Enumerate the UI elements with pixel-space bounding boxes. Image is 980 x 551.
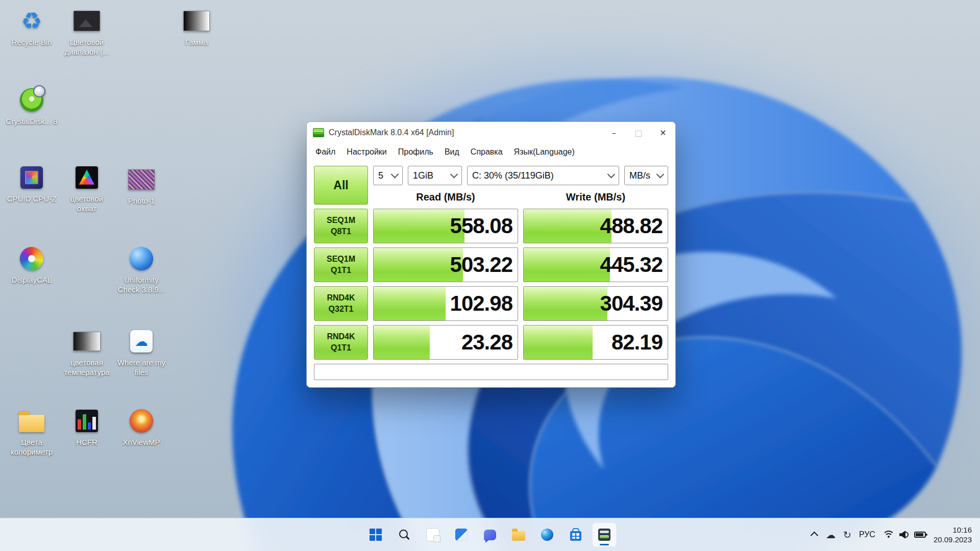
target-drive-select[interactable]: C: 30% (35/119GiB) bbox=[467, 166, 619, 185]
close-button[interactable]: ✕ bbox=[651, 122, 675, 143]
desktop-icon-label: Uniformity Check 3.8.9... bbox=[115, 276, 168, 295]
hidden-icons-button[interactable] bbox=[813, 531, 818, 539]
result-bar bbox=[524, 248, 610, 282]
rnd4k-q1t1-button[interactable]: RND4K Q1T1 bbox=[314, 325, 368, 360]
desktop-icon-crystaldiskmark-8[interactable]: CrystalDisk... 8 bbox=[5, 86, 58, 127]
controls-row: 5 1GiB C: 30% (35/119GiB) MB/s bbox=[373, 166, 668, 185]
chevron-down-icon bbox=[656, 170, 665, 178]
tray-time: 10:16 bbox=[952, 525, 972, 535]
crystaldiskmark-taskbar-button[interactable] bbox=[592, 522, 617, 547]
test-name: RND4K bbox=[327, 292, 355, 304]
result-value: 445.32 bbox=[600, 253, 663, 277]
menu-file[interactable]: Файл bbox=[310, 147, 341, 157]
menu-view[interactable]: Вид bbox=[439, 147, 465, 157]
wifi-icon bbox=[883, 531, 894, 539]
desktop-icon-where-are-my-files[interactable]: ☁ Where are my files bbox=[115, 328, 168, 378]
tray-date: 20.09.2023 bbox=[934, 535, 972, 545]
onedrive-cloud-icon[interactable]: ☁ bbox=[826, 530, 836, 540]
desktop-icon-gamma[interactable]: Гамма bbox=[170, 7, 223, 47]
desktop-icon-label: CPUID CPU-Z bbox=[7, 194, 57, 204]
result-bar bbox=[374, 325, 430, 359]
clock[interactable]: 10:16 20.09.2023 bbox=[934, 525, 972, 545]
sync-icon[interactable]: ↻ bbox=[843, 530, 851, 540]
rgb-bars-icon bbox=[73, 407, 101, 435]
desktop-icon-displaycal[interactable]: DisplayCAL bbox=[5, 245, 58, 285]
network-volume-battery-button[interactable] bbox=[883, 531, 926, 539]
result-value: 102.98 bbox=[450, 291, 512, 316]
color-wheel-icon bbox=[18, 245, 45, 272]
unit-select[interactable]: MB/s bbox=[624, 166, 668, 185]
chevron-down-icon bbox=[450, 170, 458, 178]
chat-button[interactable] bbox=[478, 522, 502, 547]
desktop-icon-xnviewmp[interactable]: XnViewMP bbox=[115, 407, 168, 447]
store-button[interactable] bbox=[564, 522, 588, 547]
desktop-icon-label: Where are my files bbox=[115, 358, 168, 378]
menu-language[interactable]: Язык(Language) bbox=[508, 147, 580, 157]
file-explorer-button[interactable] bbox=[506, 522, 531, 547]
desktop-icon-uniformity-check[interactable]: Uniformity Check 3.8.9... bbox=[115, 245, 168, 295]
desktop-icon-recycle-bin[interactable]: ♻ Recycle Bin bbox=[5, 7, 58, 47]
desktop-icon-hcfr[interactable]: HCFR bbox=[60, 407, 113, 447]
rnd4k-q1t1-write-result: 82.19 bbox=[523, 325, 668, 360]
chevron-down-icon bbox=[607, 170, 616, 178]
rnd4k-q32t1-write-result: 304.39 bbox=[523, 286, 668, 321]
all-test-button[interactable]: All bbox=[314, 166, 368, 205]
seq1m-q1t1-button[interactable]: SEQ1M Q1T1 bbox=[314, 247, 368, 282]
blue-sphere-icon bbox=[128, 245, 155, 272]
result-value: 488.82 bbox=[600, 214, 663, 238]
test-mode: Q1T1 bbox=[331, 342, 351, 354]
minimize-button[interactable]: – bbox=[602, 122, 626, 143]
desktop-icon-color-range[interactable]: Цветовой диапазон (... bbox=[60, 7, 113, 57]
volume-icon bbox=[899, 531, 909, 539]
menu-profile[interactable]: Профиль bbox=[393, 147, 439, 157]
cpu-chip-icon bbox=[18, 164, 45, 191]
menubar: Файл Настройки Профиль Вид Справка Язык(… bbox=[307, 143, 675, 161]
menu-help[interactable]: Справка bbox=[465, 147, 508, 157]
result-bar bbox=[524, 325, 593, 359]
rnd4k-q32t1-button[interactable]: RND4K Q32T1 bbox=[314, 286, 368, 321]
test-name: RND4K bbox=[327, 331, 355, 342]
start-button[interactable] bbox=[363, 522, 388, 547]
desktop-icon-cpu-z[interactable]: CPUID CPU-Z bbox=[5, 164, 58, 204]
chat-bubble-icon bbox=[484, 530, 496, 540]
folder-icon bbox=[512, 531, 525, 541]
orange-eye-icon bbox=[128, 407, 155, 435]
cloud-file-icon: ☁ bbox=[128, 328, 155, 355]
test-size-value: 1GiB bbox=[413, 170, 433, 181]
language-indicator[interactable]: РУС bbox=[859, 530, 875, 539]
battery-icon bbox=[914, 532, 926, 538]
desktop-icon-colors-colorimeter[interactable]: Цвета колориметр bbox=[5, 407, 58, 457]
rnd4k-q32t1-read-result: 102.98 bbox=[373, 286, 518, 321]
result-value: 503.22 bbox=[450, 253, 512, 277]
maximize-button[interactable]: □ bbox=[626, 122, 651, 143]
desktop-icon-photo-1[interactable]: Photo-1 bbox=[115, 166, 168, 206]
desktop-icon-label: Photo-1 bbox=[128, 196, 155, 206]
task-view-icon bbox=[426, 528, 439, 541]
seq1m-q8t1-write-result: 488.82 bbox=[523, 209, 668, 243]
desktop-icon-label: CrystalDisk... 8 bbox=[6, 117, 58, 127]
status-field[interactable] bbox=[314, 364, 668, 380]
result-value: 82.19 bbox=[611, 330, 663, 355]
result-bar bbox=[374, 287, 446, 320]
target-drive-value: C: 30% (35/119GiB) bbox=[472, 170, 554, 181]
titlebar[interactable]: CrystalDiskMark 8.0.4 x64 [Admin] – □ ✕ bbox=[307, 122, 675, 143]
test-count-select[interactable]: 5 bbox=[373, 166, 403, 185]
result-value: 23.28 bbox=[461, 330, 512, 355]
test-count-value: 5 bbox=[378, 170, 383, 181]
search-button[interactable] bbox=[392, 522, 416, 547]
widgets-button[interactable] bbox=[449, 522, 474, 547]
test-mode: Q1T1 bbox=[331, 265, 351, 276]
result-bar bbox=[524, 209, 611, 243]
search-icon bbox=[399, 529, 410, 540]
edge-button[interactable] bbox=[535, 522, 559, 547]
menu-settings[interactable]: Настройки bbox=[341, 147, 392, 157]
seq1m-q8t1-button[interactable]: SEQ1M Q8T1 bbox=[314, 209, 368, 243]
desktop-icon-color-gamut[interactable]: цветовой охват bbox=[60, 164, 113, 214]
task-view-button[interactable] bbox=[421, 522, 445, 547]
desktop-icon-label: цветовой охват bbox=[60, 194, 113, 214]
seq1m-q1t1-read-result: 503.22 bbox=[373, 247, 518, 282]
desktop-icon-label: Гамма bbox=[185, 38, 208, 47]
desktop-icon-color-temperature[interactable]: цветовая температура bbox=[60, 328, 113, 378]
gradient-strip-icon bbox=[73, 328, 101, 355]
test-size-select[interactable]: 1GiB bbox=[408, 166, 462, 185]
